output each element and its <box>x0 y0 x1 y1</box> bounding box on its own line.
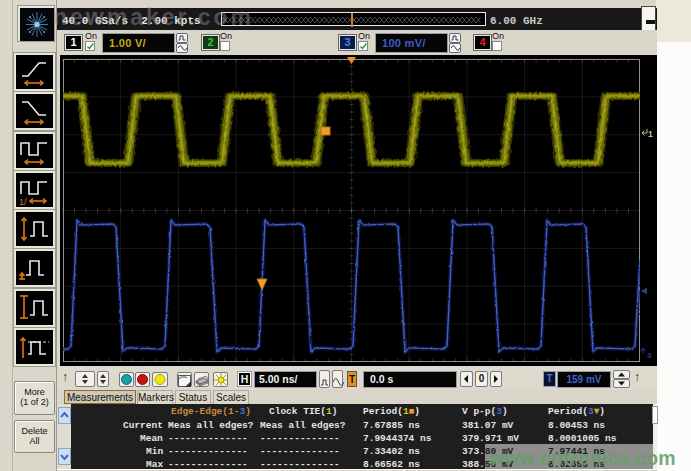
svg-text:3: 3 <box>647 351 652 360</box>
svg-text:1: 1 <box>648 129 653 139</box>
svg-text:1/: 1/ <box>19 197 27 207</box>
